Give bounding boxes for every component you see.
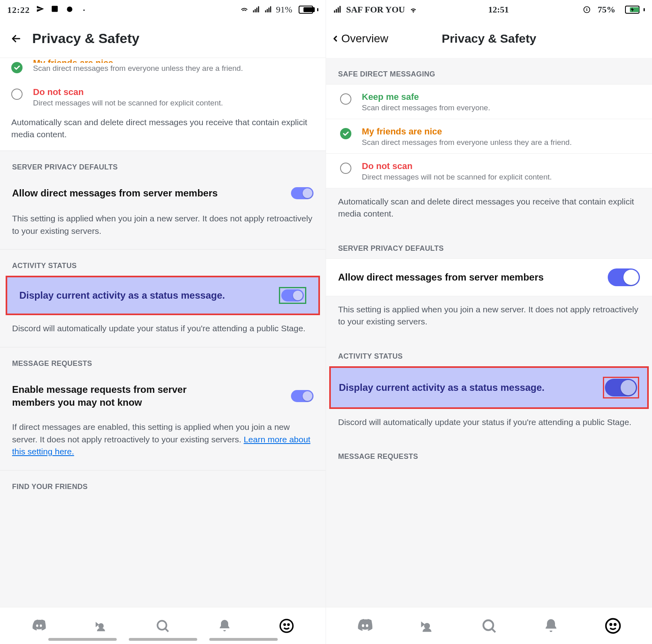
svg-rect-14 [334,10,335,13]
ios-time: 12:51 [488,4,509,15]
svg-rect-7 [267,9,268,12]
send-icon [36,4,45,13]
page-title: Privacy & Safety [32,31,140,46]
svg-point-20 [606,619,620,633]
radio-friends-nice[interactable] [340,128,351,139]
nav-notifications-icon[interactable] [212,613,237,639]
nav-notifications-icon[interactable] [538,613,564,639]
mreq-toggle[interactable] [291,390,314,402]
nav-profile-icon[interactable] [600,613,626,639]
option-noscan-title: Do not scan [362,161,552,171]
android-status-bar: 12:22 · 91% [0,0,326,19]
carrier-name: SAF FOR YOU [346,4,405,15]
activity-note: Discord will automatically update your s… [326,409,652,440]
ios-header: Overview Privacy & Safety [326,19,652,58]
option-safe-title: Keep me safe [362,92,490,102]
radio-do-not-scan[interactable] [11,89,23,100]
svg-rect-17 [340,6,341,13]
option-noscan-title: Do not scan [33,87,223,97]
allow-dm-row: Allow direct messages from server member… [326,258,652,296]
svg-point-11 [280,619,293,632]
option-noscan-sub: Direct messages will not be scanned for … [362,173,552,182]
svg-rect-8 [268,8,270,12]
option-safe-sub: Scan direct messages from everyone. [362,103,490,112]
signal2-icon [264,5,273,14]
svg-rect-5 [258,6,259,12]
app-icon [65,5,74,14]
ios-battery-icon [622,6,645,14]
safe-dm-partial: My friends are nice Scan direct messages… [0,58,326,151]
svg-point-1 [67,6,72,12]
activity-toggle[interactable] [281,289,304,301]
svg-rect-15 [336,9,337,12]
safe-dm-header: SAFE DIRECT MESSAGING [326,58,652,84]
svg-point-22 [615,623,616,625]
ios-pane: SAF FOR YOU 12:51 75% Overview Privacy &… [326,0,652,644]
option-friends-sub: Scan direct messages from everyone unles… [362,138,572,147]
signal-icon [252,5,261,14]
activity-toggle-highlight [603,377,639,398]
activity-note: Discord will automatically update your s… [0,315,326,347]
option-friends-sub: Scan direct messages from everyone unles… [33,64,243,73]
back-overview-button[interactable]: Overview [331,32,388,45]
safe-dm-note: Automatically scan and delete direct mes… [326,188,652,232]
allow-dm-label: Allow direct messages from server member… [338,271,556,284]
svg-rect-4 [256,8,258,12]
ios-battery-pct: 75% [598,4,615,15]
nav-search-icon[interactable] [150,613,175,639]
ios-status-bar: SAF FOR YOU 12:51 75% [326,0,652,19]
message-requests-header: MESSAGE REQUESTS [0,347,326,374]
option-noscan-sub: Direct messages will not be scanned for … [33,99,223,107]
activity-toggle-highlight [279,287,306,304]
svg-point-13 [288,624,289,625]
allow-dm-label: Allow direct messages from server member… [12,187,230,200]
mreq-label: Enable message requests from server memb… [12,383,221,409]
dot-icon: · [80,6,89,14]
nav-discord-icon[interactable] [352,613,378,639]
activity-toggle[interactable] [605,379,637,396]
nav-search-icon[interactable] [476,613,502,639]
activity-status-header: ACTIVITY STATUS [0,250,326,276]
nav-friends-icon[interactable] [414,613,440,639]
svg-rect-6 [265,10,266,12]
safe-dm-note: Automatically scan and delete direct mes… [11,109,314,141]
android-scroll[interactable]: My friends are nice Scan direct messages… [0,58,326,607]
ios-bottom-nav [326,607,652,644]
svg-point-12 [284,624,285,625]
back-button[interactable] [6,29,26,48]
svg-rect-2 [253,10,254,12]
wifi-icon [240,5,249,14]
svg-point-10 [158,621,167,630]
nav-discord-icon[interactable] [26,613,52,639]
android-header: Privacy & Safety [0,19,326,58]
android-gesture-bar [0,638,326,641]
mreq-row: Enable message requests from server memb… [0,374,326,419]
nav-profile-icon[interactable] [274,613,299,639]
svg-rect-9 [270,6,271,12]
message-requests-header: MESSAGE REQUESTS [326,440,652,470]
activity-highlight: Display current activity as a status mes… [6,276,320,315]
mreq-note: If direct messages are enabled, this set… [0,419,326,470]
server-privacy-header: SERVER PRIVACY DEFAULTS [0,151,326,177]
nav-friends-icon[interactable] [88,613,114,639]
activity-status-header: ACTIVITY STATUS [326,340,652,366]
ios-scroll[interactable]: SAFE DIRECT MESSAGING Keep me safe Scan … [326,58,652,607]
allow-dm-note: This setting is applied when you join a … [0,209,326,249]
svg-rect-16 [338,8,339,13]
allow-dm-toggle[interactable] [608,268,640,286]
radio-friends-nice[interactable] [11,62,23,73]
image-icon [50,4,59,13]
android-pane: 12:22 · 91% Privacy & Safety [0,0,326,644]
wifi-icon [409,5,418,14]
signal-icon [333,5,342,14]
activity-highlight: Display current activity as a status mes… [329,366,649,409]
activity-label: Display current activity as a status mes… [339,381,557,394]
svg-point-19 [483,620,493,630]
safe-dm-group: Keep me safe Scan direct messages from e… [326,84,652,188]
radio-do-not-scan[interactable] [340,163,351,174]
option-friends-title: My friends are nice [362,126,572,137]
radio-keep-me-safe[interactable] [340,93,351,105]
battery-pct: 91% [276,4,292,15]
activity-label: Display current activity as a status mes… [19,289,237,302]
allow-dm-toggle[interactable] [291,187,314,199]
